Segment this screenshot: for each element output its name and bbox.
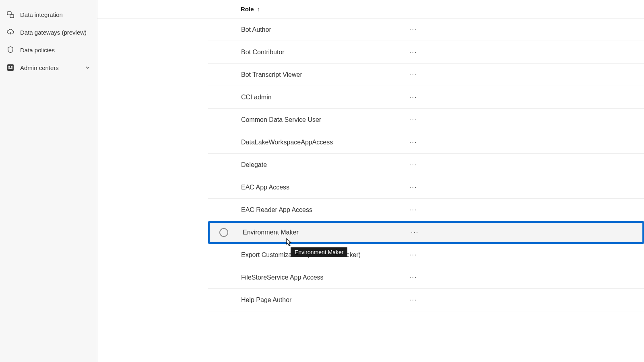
main-content: Role ↑ Bot Author ··· Bot Contributor ··… [97,0,644,362]
table-row[interactable]: Delegate ··· [208,154,644,176]
sidebar-item-data-integration[interactable]: Data integration [0,6,97,23]
row-select-radio[interactable] [219,228,228,237]
table-row[interactable]: Help Page Author ··· [208,289,644,311]
more-actions-icon[interactable]: ··· [411,229,419,236]
sidebar-item-label: Admin centers [20,64,59,71]
sidebar-nav: Data integration Data gateways (preview)… [0,0,97,362]
svg-rect-5 [8,68,12,69]
role-name[interactable]: Delegate [241,161,267,169]
more-actions-icon[interactable]: ··· [409,139,417,146]
role-name[interactable]: Bot Author [241,26,271,33]
more-actions-icon[interactable]: ··· [409,161,417,169]
table-row[interactable]: CCI admin ··· [208,86,644,109]
more-actions-icon[interactable]: ··· [409,94,417,101]
shield-icon [6,46,14,54]
more-actions-icon[interactable]: ··· [409,49,417,56]
table-row[interactable]: Bot Contributor ··· [208,41,644,64]
sidebar-item-label: Data policies [20,47,55,53]
sidebar-item-label: Data gateways (preview) [20,29,87,36]
role-name[interactable]: CCI admin [241,94,272,101]
more-actions-icon[interactable]: ··· [409,251,417,259]
tooltip: Environment Maker [291,247,347,257]
data-integration-icon [6,10,14,19]
table-row[interactable]: Bot Author ··· [208,19,644,41]
role-name[interactable]: Common Data Service User [241,116,321,123]
more-actions-icon[interactable]: ··· [409,296,417,304]
role-name[interactable]: Environment Maker [243,229,299,236]
chevron-down-icon [85,65,91,70]
table-row[interactable]: DataLakeWorkspaceAppAccess ··· [208,131,644,154]
role-name[interactable]: Bot Transcript Viewer [241,71,302,78]
role-name[interactable]: EAC Reader App Access [241,206,312,214]
column-header-label: Role [241,6,254,12]
sort-ascending-icon: ↑ [257,6,260,12]
more-actions-icon[interactable]: ··· [409,274,417,281]
cloud-download-icon [6,28,14,36]
role-name[interactable]: FileStoreService App Access [241,274,324,281]
sidebar-item-admin-centers[interactable]: Admin centers [0,59,97,76]
sidebar-item-data-policies[interactable]: Data policies [0,41,97,59]
more-actions-icon[interactable]: ··· [409,206,417,214]
role-name[interactable]: EAC App Access [241,184,289,191]
table-row-environment-maker[interactable]: Environment Maker ··· [208,221,644,244]
table-row[interactable]: Export Customizations (Solution Checker)… [208,244,644,266]
table-row[interactable]: EAC Reader App Access ··· [208,199,644,221]
role-name[interactable]: DataLakeWorkspaceAppAccess [241,139,333,146]
admin-centers-icon [6,64,14,72]
table-row[interactable]: Common Data Service User ··· [208,109,644,131]
svg-rect-2 [7,64,14,71]
sidebar-item-label: Data integration [20,11,63,18]
more-actions-icon[interactable]: ··· [409,184,417,191]
table-row[interactable]: EAC App Access ··· [208,176,644,199]
more-actions-icon[interactable]: ··· [409,26,417,33]
more-actions-icon[interactable]: ··· [409,71,417,78]
svg-rect-4 [11,66,12,68]
sidebar-item-data-gateways[interactable]: Data gateways (preview) [0,23,97,41]
role-name[interactable]: Help Page Author [241,296,291,304]
more-actions-icon[interactable]: ··· [409,116,417,123]
table-row[interactable]: Bot Transcript Viewer ··· [208,64,644,86]
column-header-role[interactable]: Role ↑ [97,0,644,19]
table-row[interactable]: FileStoreService App Access ··· [208,266,644,289]
svg-rect-3 [8,66,10,68]
role-name[interactable]: Bot Contributor [241,49,285,56]
